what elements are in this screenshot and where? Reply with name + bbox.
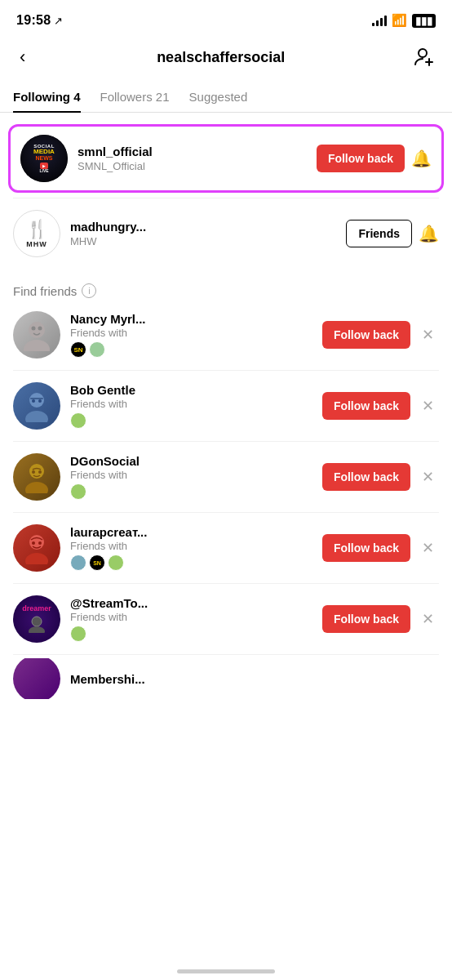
info-icon[interactable]: i	[82, 283, 96, 298]
suggestions-list: Nancy Myrl... Friends with SN Follow bac…	[0, 303, 452, 699]
tab-suggested[interactable]: Suggested	[189, 83, 248, 112]
mini-avatar-person-1	[89, 341, 105, 358]
follow-back-button-bob[interactable]: Follow back	[322, 392, 410, 420]
avatar-bob[interactable]	[13, 382, 60, 430]
divider-6	[13, 654, 439, 655]
close-button-stream[interactable]: ✕	[417, 607, 439, 631]
suggestion-sub-stream: Friends with	[70, 611, 312, 623]
svg-point-11	[38, 399, 42, 403]
follow-back-button-nancy[interactable]: Follow back	[322, 321, 410, 349]
follower-item-mhw: 🍴 MHW madhungry... MHW Friends 🔔	[0, 202, 452, 265]
suggestion-name-stream[interactable]: @StreamTo...	[70, 596, 312, 610]
suggestion-actions-dgon: Follow back ✕	[322, 463, 439, 491]
divider-2	[13, 370, 439, 371]
avatar-nancy[interactable]	[13, 311, 60, 359]
following-list: SOCIAL MEDIA NEWS LIVE smnl_official SMN…	[0, 113, 452, 272]
follower-name-mhw[interactable]: madhungry...	[70, 220, 336, 234]
suggestion-sub-dgon: Friends with	[70, 469, 312, 481]
suggestion-item-dgon: DGonSocial Friends with Follow back ✕	[0, 445, 452, 509]
suggestion-sub-bob: Friends with	[70, 398, 312, 410]
suggestion-info-stream: @StreamTo... Friends with	[70, 596, 312, 642]
mini-avatar-laura-1	[70, 555, 86, 571]
svg-point-8	[25, 411, 48, 422]
suggestion-name-member[interactable]: Membershi...	[70, 672, 439, 686]
suggestion-info-bob: Bob Gentle Friends with	[70, 383, 312, 429]
location-icon: ↗	[54, 15, 63, 27]
svg-point-21	[29, 626, 45, 633]
follower-name-smnl[interactable]: smnl_official	[78, 145, 307, 158]
suggestion-info-dgon: DGonSocial Friends with	[70, 454, 312, 500]
divider-4	[13, 512, 439, 513]
avatar-smnl[interactable]: SOCIAL MEDIA NEWS LIVE	[20, 135, 68, 182]
home-indicator	[177, 969, 275, 973]
suggestion-name-bob[interactable]: Bob Gentle	[70, 383, 312, 397]
svg-point-4	[24, 340, 50, 351]
follow-back-button-smnl[interactable]: Follow back	[317, 145, 405, 172]
suggestion-name-laura[interactable]: laurapcreат...	[70, 525, 312, 539]
suggestion-actions-laura: Follow back ✕	[322, 534, 439, 562]
mini-avatar-person-5	[70, 626, 86, 642]
tab-following[interactable]: Following 4	[13, 83, 81, 112]
suggestion-item-nancy: Nancy Myrl... Friends with SN Follow bac…	[0, 303, 452, 367]
svg-point-14	[32, 470, 35, 474]
divider-5	[13, 583, 439, 584]
mini-avatar-smnl-1: SN	[70, 341, 86, 358]
tabs-bar: Following 4 Followers 21 Suggested	[0, 80, 452, 113]
friends-avatars-stream	[70, 626, 312, 642]
tab-followers[interactable]: Followers 21	[100, 83, 170, 112]
svg-point-20	[32, 617, 42, 626]
bell-icon-smnl[interactable]: 🔔	[411, 149, 432, 168]
suggestion-item-laura: laurapcreат... Friends with SN Follow ba…	[0, 516, 452, 580]
suggestion-sub-laura: Friends with	[70, 540, 312, 552]
find-friends-header: Find friends i	[0, 272, 452, 303]
suggestion-item-member: Membershi...	[0, 658, 452, 699]
svg-point-18	[32, 541, 35, 545]
suggestion-sub-nancy: Friends with	[70, 327, 312, 339]
svg-point-19	[38, 541, 42, 545]
follower-actions-smnl: Follow back 🔔	[317, 145, 432, 172]
suggestion-info-member: Membershi...	[70, 672, 439, 686]
close-button-nancy[interactable]: ✕	[417, 323, 439, 347]
follower-sub-mhw: MHW	[70, 235, 336, 247]
svg-point-5	[32, 327, 36, 331]
page-title: nealschaffersocial	[32, 49, 410, 66]
mini-avatar-person-2	[70, 412, 86, 429]
follow-back-button-laura[interactable]: Follow back	[322, 534, 410, 562]
find-friends-label: Find friends	[13, 284, 77, 298]
suggestion-name-nancy[interactable]: Nancy Myrl...	[70, 312, 312, 326]
battery-icon: ▮▮▮	[412, 14, 436, 28]
friends-avatars-laura: SN	[70, 555, 312, 571]
suggestion-actions-nancy: Follow back ✕	[322, 321, 439, 349]
follower-actions-mhw: Friends 🔔	[346, 220, 439, 247]
divider-1	[13, 198, 439, 198]
friends-button-mhw[interactable]: Friends	[346, 220, 412, 247]
close-button-dgon[interactable]: ✕	[417, 465, 439, 489]
status-time: 19:58	[16, 13, 51, 28]
svg-point-3	[29, 322, 45, 338]
avatar-stream[interactable]: dreamer	[13, 595, 60, 643]
svg-point-15	[38, 470, 42, 474]
svg-point-10	[32, 399, 35, 403]
avatar-member[interactable]	[13, 658, 60, 699]
close-button-bob[interactable]: ✕	[417, 394, 439, 418]
close-button-laura[interactable]: ✕	[417, 536, 439, 560]
avatar-laura[interactable]	[13, 524, 60, 572]
suggestion-name-dgon[interactable]: DGonSocial	[70, 454, 312, 468]
avatar-mhw[interactable]: 🍴 MHW	[13, 210, 60, 257]
friends-avatars-bob	[70, 412, 312, 429]
back-button[interactable]: ‹	[13, 43, 32, 71]
svg-rect-9	[30, 398, 43, 399]
signal-bar-3	[380, 18, 383, 26]
friends-avatars-dgon	[70, 483, 312, 500]
svg-point-0	[419, 49, 427, 57]
mini-avatar-laura-2	[108, 555, 124, 571]
svg-point-13	[25, 482, 48, 493]
follow-back-button-stream[interactable]: Follow back	[322, 605, 410, 633]
svg-point-17	[25, 553, 48, 564]
divider-3	[13, 441, 439, 442]
add-user-button[interactable]	[410, 42, 439, 72]
bell-icon-mhw[interactable]: 🔔	[419, 224, 439, 243]
follower-info-mhw: madhungry... MHW	[70, 220, 336, 247]
avatar-dgon[interactable]	[13, 453, 60, 501]
follow-back-button-dgon[interactable]: Follow back	[322, 463, 410, 491]
